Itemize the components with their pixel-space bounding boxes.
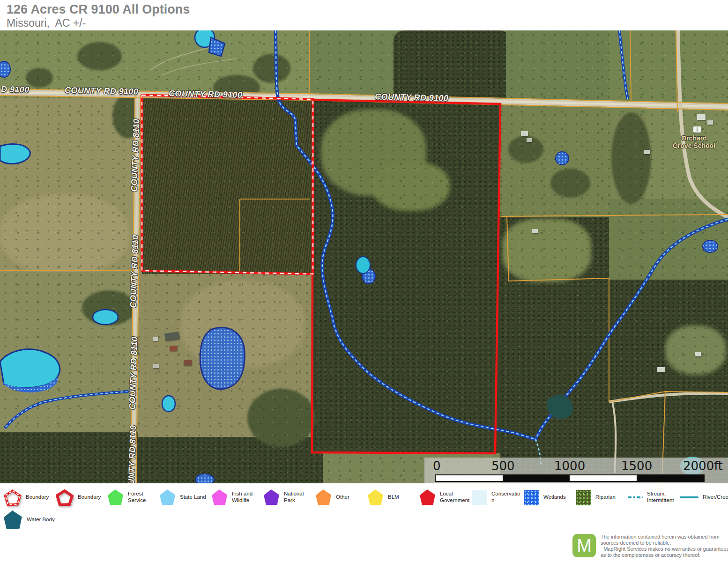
- scale-segment: [436, 475, 503, 481]
- river-creek-icon: [680, 496, 698, 498]
- blm-icon: [368, 489, 384, 505]
- legend-label: Riparian: [595, 494, 616, 501]
- conservation-icon: [472, 490, 487, 505]
- state-land-icon: [160, 489, 176, 505]
- legend-item-riparian: Riparian: [576, 489, 628, 506]
- legend-label: River/Creek: [703, 494, 728, 501]
- wetland: [556, 152, 569, 165]
- legend-label: Fish and Wildlife: [232, 491, 264, 503]
- road-minor: [609, 393, 728, 402]
- boundary-dashed-icon: [4, 489, 22, 506]
- disclaimer-line: sources deemed to be reliable.: [601, 540, 728, 546]
- disclaimer: The information contained herein was obt…: [601, 534, 728, 558]
- boundary-solid-icon: [56, 489, 74, 506]
- boundary-dashed-ticks: [142, 95, 313, 274]
- road-label: COUNTY RD 9100: [375, 92, 449, 103]
- legend-item-boundary-dashed: Boundary: [4, 489, 56, 506]
- footer: M The information contained herein was o…: [572, 534, 728, 558]
- legend-item-blm: BLM: [368, 489, 420, 506]
- legend-item-wetlands: Wetlands: [524, 489, 576, 506]
- national-park-icon: [264, 489, 280, 505]
- legend-label: BLM: [388, 494, 399, 501]
- legend-label: Boundary: [78, 494, 101, 501]
- wetland: [209, 37, 225, 56]
- legend-label: Other: [336, 494, 349, 501]
- scale-segment: [503, 475, 570, 481]
- pond: [162, 396, 175, 412]
- building: [184, 360, 192, 365]
- road-label: D 9100: [1, 84, 30, 95]
- wetlands-icon: [524, 490, 539, 505]
- boundary-dashed-base: [142, 95, 313, 274]
- mapright-logo: M: [572, 534, 596, 557]
- wetland: [0, 61, 10, 77]
- pond: [0, 144, 30, 164]
- satellite-map[interactable]: D 9100 COUNTY RD 9100 COUNTY RD 9100 COU…: [0, 30, 728, 483]
- legend-label: Conservation: [491, 491, 522, 503]
- building: [532, 229, 538, 233]
- legend-item-other: Other: [316, 489, 368, 506]
- legend-label: Local Government: [440, 491, 472, 503]
- local-government-icon: [420, 489, 436, 505]
- scale-tick-label: 0: [433, 459, 441, 473]
- road-label: COUNTY RD 9100: [65, 85, 139, 96]
- maplight-export-page: 126 Acres CR 9100 All Options Missouri, …: [0, 0, 728, 562]
- legend-item-boundary-solid: Boundary: [56, 489, 108, 506]
- scale-tick-label: 2000ft: [683, 459, 723, 473]
- building: [707, 120, 713, 125]
- scale-bar: 0 500 1000 1500 2000ft: [424, 458, 728, 483]
- disclaimer-line: The information contained herein was obt…: [601, 534, 728, 540]
- building: [644, 150, 650, 154]
- scale-tick-label: 1500: [621, 459, 652, 473]
- scale-bar-segments: [435, 474, 705, 482]
- disclaimer-line: as to the completeness or accuracy there…: [601, 552, 728, 558]
- building: [527, 138, 532, 142]
- legend-label: State Land: [180, 494, 206, 501]
- road-minor: [678, 30, 728, 218]
- legend-item-state-land: State Land: [160, 489, 212, 506]
- page-title: 126 Acres CR 9100 All Options: [7, 2, 190, 17]
- fish-wildlife-icon: [212, 489, 228, 505]
- other-icon: [316, 489, 332, 505]
- legend-label: Wetlands: [543, 494, 566, 501]
- header: 126 Acres CR 9100 All Options Missouri, …: [0, 0, 728, 30]
- building: [153, 337, 158, 341]
- school-icon: [693, 126, 701, 133]
- legend-label: Forest Service: [128, 491, 160, 503]
- legend-item-national-park: National Park: [264, 489, 316, 506]
- building: [153, 364, 159, 368]
- road-label: COUNTY RD 8110: [126, 428, 138, 483]
- trail-path: [162, 59, 237, 75]
- legend-label: Boundary: [26, 494, 49, 501]
- road-label: COUNTY RD 9100: [169, 89, 243, 100]
- legend-item-water-body: Water Body: [4, 510, 56, 529]
- scale-tick-label: 500: [491, 459, 515, 473]
- building-school: [697, 114, 706, 120]
- scale-segment: [637, 475, 704, 481]
- legend-row-2: Water Body: [4, 510, 56, 529]
- legend-label: Water Body: [27, 517, 55, 523]
- building: [521, 131, 528, 136]
- legend-item-river-creek: River/Creek: [680, 489, 728, 506]
- water-body-icon: [4, 510, 22, 529]
- legend-label: National Park: [284, 491, 316, 503]
- page-subtitle: Missouri, AC +/-: [7, 17, 86, 30]
- legend-row-1: Boundary Boundary Forest Service State L…: [4, 489, 728, 506]
- legend-item-forest-service: Forest Service: [108, 489, 160, 506]
- scale-tick-label: 1000: [554, 459, 585, 473]
- stream-southwest: [6, 392, 127, 427]
- building: [695, 352, 701, 356]
- wetland: [195, 474, 214, 483]
- wetland: [703, 240, 718, 252]
- riparian-icon: [576, 490, 591, 505]
- stream-intermittent-icon: [628, 496, 643, 498]
- pond: [0, 349, 60, 388]
- place-label-school: Orchard Grove School: [672, 134, 716, 149]
- disclaimer-line: MapRight Services makes no warranties or…: [601, 546, 728, 552]
- legend-item-stream-intermittent: Stream, Intermittent: [628, 489, 680, 506]
- legend-item-fish-wildlife: Fish and Wildlife: [212, 489, 264, 506]
- legend-label: Stream, Intermittent: [647, 491, 680, 503]
- building: [657, 367, 665, 372]
- pond: [93, 310, 118, 325]
- pond: [356, 257, 370, 274]
